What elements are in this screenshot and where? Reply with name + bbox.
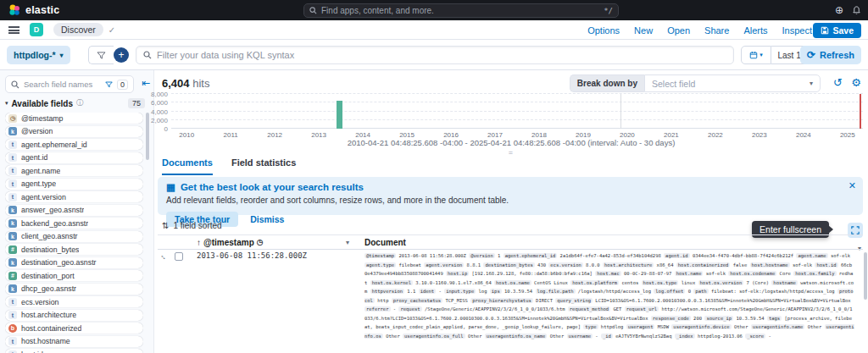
field-name: client_geo.asnstr bbox=[21, 232, 78, 240]
histogram-chart[interactable]: 02,0004,0006,0008,0002010201120122013201… bbox=[171, 94, 863, 129]
elastic-brand[interactable]: elastic bbox=[0, 4, 59, 16]
field-item-dhcp_geo.asnstr[interactable]: kdhcp_geo.asnstr bbox=[5, 284, 143, 295]
current-time-marker bbox=[860, 94, 861, 129]
column-menu-chevron-icon[interactable]: ▾ bbox=[346, 239, 349, 246]
y-axis-tick-label: 4,000 bbox=[151, 108, 168, 115]
timestamp-column-header[interactable]: ↑ @timestamp ◷ bbox=[197, 238, 264, 247]
menu-hamburger-icon[interactable] bbox=[8, 26, 19, 34]
expand-row-icon[interactable]: ↔ bbox=[159, 251, 170, 262]
field-item-answer_geo.asnstr[interactable]: kanswer_geo.asnstr bbox=[5, 205, 143, 216]
doc-field-value: 2a1db64f-efe7-4a42-853d-ef34b104d298 bbox=[557, 253, 664, 258]
doc-table-toolbar[interactable]: ⇅ 1 field sorted bbox=[162, 221, 222, 230]
nav-link-alerts[interactable]: Alerts bbox=[743, 25, 767, 36]
histogram-reset-icon[interactable]: ↺ bbox=[833, 76, 843, 89]
field-item-agent.ephemeral_id[interactable]: tagent.ephemeral_id bbox=[5, 139, 143, 150]
refresh-button[interactable]: ⟳ Refresh bbox=[800, 46, 861, 64]
doc-field-name-chip: _id bbox=[601, 334, 613, 339]
doc-field-value: 0 bbox=[685, 289, 693, 294]
field-name: destination_geo.asnstr bbox=[21, 258, 97, 267]
field-item-host.architecture[interactable]: thost.architecture bbox=[5, 310, 143, 321]
doc-field-value: filebeat: sof-elk:/logstash/httpd/access… bbox=[709, 289, 837, 294]
field-item-ecs.version[interactable]: tecs.version bbox=[5, 296, 143, 307]
field-type-string-icon: t bbox=[8, 350, 17, 353]
doc-field-name-chip: tags bbox=[767, 316, 782, 321]
doc-table-scrollbar[interactable] bbox=[864, 252, 867, 300]
tab-documents[interactable]: Documents bbox=[162, 157, 213, 175]
field-name: answer_geo.asnstr bbox=[21, 206, 84, 214]
field-item-backend_geo.asnstr[interactable]: kbackend_geo.asnstr bbox=[5, 218, 143, 229]
field-type-keyword-icon: k bbox=[8, 206, 17, 214]
field-item-destination_bytes[interactable]: #destination_bytes bbox=[5, 244, 143, 255]
doc-field-name-chip: agent.version bbox=[424, 262, 464, 268]
nav-link-share[interactable]: Share bbox=[704, 25, 729, 36]
field-search-input[interactable]: Search field names 0 bbox=[5, 75, 134, 93]
global-search-input[interactable]: Find apps, content, and more. */ bbox=[303, 3, 619, 18]
y-axis-tick-label: 6,000 bbox=[151, 99, 168, 107]
field-type-string-icon: t bbox=[8, 193, 17, 201]
save-button[interactable]: Save bbox=[813, 23, 861, 38]
data-view-picker[interactable]: httpdlog-* ▾ bbox=[7, 46, 70, 64]
app-nav-bar: D Discover ✓ OptionsNewOpenShareAlertsIn… bbox=[0, 20, 868, 40]
tab-field-statistics[interactable]: Field statistics bbox=[231, 157, 296, 175]
nav-link-options[interactable]: Options bbox=[587, 25, 620, 36]
field-item-agent.version[interactable]: tagent.version bbox=[5, 191, 143, 202]
collapse-sidebar-icon[interactable]: ⇤ bbox=[142, 77, 150, 89]
available-fields-header[interactable]: ▾ Available fields ⓘ 75 bbox=[5, 98, 145, 108]
field-name: host.containerized bbox=[21, 324, 81, 333]
doc-field-name-chip: httpversion bbox=[370, 289, 404, 294]
doc-field-value: 00-0C-29-88-07-97 bbox=[621, 271, 675, 276]
available-fields-count: 75 bbox=[128, 98, 145, 108]
sorted-fields-label: 1 field sorted bbox=[173, 221, 221, 230]
filter-funnel-icon bbox=[97, 52, 106, 59]
doc-field-name-chip: _index bbox=[675, 334, 695, 339]
field-item-client_geo.asnstr[interactable]: kclient_geo.asnstr bbox=[5, 231, 143, 242]
doc-field-name-chip: destination_bytes bbox=[483, 262, 534, 268]
field-filter-icon[interactable] bbox=[105, 81, 113, 88]
doc-field-value: sof-elk bbox=[790, 262, 815, 268]
document-column-header[interactable]: Document bbox=[364, 238, 406, 247]
hits-counter: 6,404 hits bbox=[162, 77, 209, 90]
sidebar-scrollbar[interactable] bbox=[146, 113, 149, 160]
breakdown-select[interactable]: Select field ▾ bbox=[644, 74, 821, 92]
field-item-agent.name[interactable]: tagent.name bbox=[5, 165, 143, 176]
histogram-settings-gear-icon[interactable]: ⚙ bbox=[851, 76, 861, 89]
field-item-@version[interactable]: k@version bbox=[5, 126, 143, 137]
add-filter-button[interactable]: + bbox=[114, 47, 129, 63]
breadcrumb[interactable]: Discover bbox=[53, 23, 103, 36]
doc-field-name-chip: host.os.kernel bbox=[370, 280, 413, 285]
main-content: 6,404 hits Break down by Select field ▾ … bbox=[154, 70, 868, 353]
doc-field-name-chip: log.file.path bbox=[536, 289, 576, 294]
field-item-agent.id[interactable]: tagent.id bbox=[5, 152, 143, 163]
field-item-host.containerized[interactable]: bhost.containerized bbox=[5, 323, 143, 334]
doc-field-name-chip: host.os.codename bbox=[728, 271, 776, 276]
histogram-bar-2013-06[interactable] bbox=[337, 101, 342, 129]
field-item-host.id[interactable]: thost.id bbox=[5, 349, 143, 353]
dismiss-button[interactable]: Dismiss bbox=[250, 214, 284, 224]
kql-search-input[interactable]: Filter your data using KQL syntax bbox=[136, 46, 734, 64]
chart-time-range-caption: 2010-04-21 04:48:25.608 -04:00 - 2025-04… bbox=[154, 138, 868, 147]
saved-query-filter-button[interactable] bbox=[88, 46, 114, 64]
nav-link-new[interactable]: New bbox=[634, 25, 653, 36]
doc-table-header: ↑ @timestamp ◷ ▾ Document bbox=[158, 234, 863, 250]
discover-app-badge[interactable]: D bbox=[30, 23, 43, 36]
doc-field-name-chip: proxy_hierarchystatus bbox=[470, 298, 533, 303]
field-item-host.hostname[interactable]: thost.hostname bbox=[5, 336, 143, 347]
close-icon[interactable]: ✕ bbox=[849, 180, 856, 191]
field-item-agent.type[interactable]: tagent.type bbox=[5, 179, 143, 190]
panel-resize-handle[interactable]: = bbox=[154, 148, 868, 157]
help-globe-icon[interactable]: ⊕ bbox=[835, 4, 843, 16]
table-icon: ▦ bbox=[166, 181, 175, 193]
field-item-destination_geo.asnstr[interactable]: kdestination_geo.asnstr bbox=[5, 257, 143, 268]
nav-link-inspect[interactable]: Inspect bbox=[782, 25, 812, 36]
field-item-destination_port[interactable]: #destination_port bbox=[5, 270, 143, 281]
date-picker-calendar-button[interactable]: ▾ bbox=[741, 46, 771, 64]
y-axis-tick-label: 0 bbox=[164, 125, 168, 133]
nav-link-open[interactable]: Open bbox=[667, 25, 690, 36]
brand-name: elastic bbox=[25, 4, 59, 16]
field-item-@timestamp[interactable]: ◷@timestamp bbox=[5, 113, 143, 124]
doc-field-value: 1 bbox=[495, 253, 504, 258]
notifications-bell-icon[interactable] bbox=[852, 6, 861, 15]
doc-field-value: linux bbox=[678, 280, 698, 285]
global-search-placeholder: Find apps, content, and more. bbox=[321, 6, 599, 15]
row-checkbox[interactable] bbox=[175, 252, 183, 261]
